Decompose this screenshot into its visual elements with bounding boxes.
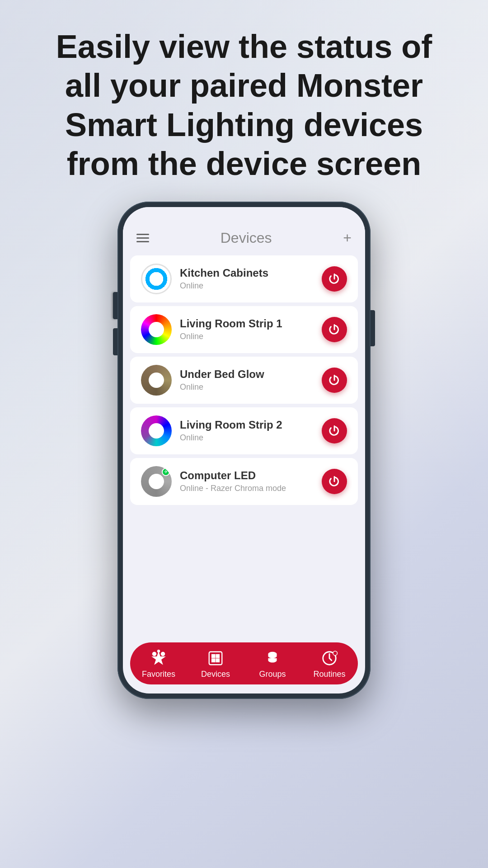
nav-item-favorites[interactable]: Favorites <box>130 650 187 679</box>
phone-wrapper: Devices + Kitchen Cabinets Online <box>0 202 488 699</box>
device-status: Online <box>180 332 314 341</box>
device-name: Living Room Strip 1 <box>180 317 314 330</box>
list-item[interactable]: Kitchen Cabinets Online <box>130 255 358 302</box>
svg-rect-7 <box>216 659 219 661</box>
nav-label-devices: Devices <box>201 670 230 679</box>
list-item[interactable]: Computer LED Online - Razer Chroma mode <box>130 458 358 505</box>
svg-rect-5 <box>216 655 219 657</box>
device-status: Online <box>180 281 314 291</box>
device-name: Computer LED <box>180 469 314 482</box>
device-icon-ubg <box>141 365 172 396</box>
svg-point-1 <box>152 651 157 656</box>
device-info: Living Room Strip 1 Online <box>180 317 314 341</box>
nav-item-routines[interactable]: Routines <box>301 650 358 679</box>
devices-icon <box>207 650 224 667</box>
device-status: Online <box>180 382 314 392</box>
nav-item-groups[interactable]: Groups <box>244 650 301 679</box>
hero-title: Easily view the status of all your paire… <box>36 27 452 184</box>
power-button[interactable] <box>322 317 347 342</box>
power-icon <box>328 475 341 488</box>
power-icon <box>328 425 341 437</box>
device-icon-kitchen <box>141 264 172 294</box>
list-item[interactable]: Living Room Strip 2 Online <box>130 407 358 454</box>
device-icon-computer <box>141 466 172 497</box>
device-icon-lr1 <box>141 314 172 345</box>
list-item[interactable]: Under Bed Glow Online <box>130 357 358 404</box>
routines-icon <box>321 650 338 667</box>
add-device-button[interactable]: + <box>343 231 352 245</box>
device-info: Under Bed Glow Online <box>180 368 314 392</box>
power-button[interactable] <box>322 469 347 494</box>
menu-button[interactable] <box>136 234 149 242</box>
svg-rect-3 <box>209 651 222 665</box>
device-name: Living Room Strip 2 <box>180 419 314 431</box>
svg-point-0 <box>161 651 165 656</box>
phone-screen: Devices + Kitchen Cabinets Online <box>123 207 365 693</box>
nav-item-devices[interactable]: Devices <box>187 650 244 679</box>
device-status: Online <box>180 433 314 443</box>
online-indicator <box>162 468 170 476</box>
phone-mockup: Devices + Kitchen Cabinets Online <box>117 202 371 699</box>
bottom-nav: Favorites Devices <box>130 642 358 684</box>
power-button[interactable] <box>322 418 347 443</box>
power-icon <box>328 273 341 285</box>
app-header: Devices + <box>123 225 365 255</box>
svg-rect-4 <box>212 655 215 657</box>
device-info: Computer LED Online - Razer Chroma mode <box>180 469 314 493</box>
device-status: Online - Razer Chroma mode <box>180 484 314 493</box>
device-info: Living Room Strip 2 Online <box>180 419 314 443</box>
groups-icon <box>264 650 281 667</box>
list-item[interactable]: Living Room Strip 1 Online <box>130 306 358 353</box>
status-bar <box>123 207 365 225</box>
device-info: Kitchen Cabinets Online <box>180 267 314 291</box>
device-list: Kitchen Cabinets Online Living Room Stri… <box>123 255 365 642</box>
power-icon <box>328 374 341 387</box>
svg-rect-6 <box>212 659 215 661</box>
page-title: Devices <box>221 230 272 246</box>
power-button[interactable] <box>322 266 347 292</box>
svg-point-2 <box>157 650 160 652</box>
svg-point-10 <box>333 651 338 656</box>
favorites-icon <box>150 650 167 667</box>
nav-label-favorites: Favorites <box>142 670 175 679</box>
nav-label-groups: Groups <box>259 670 286 679</box>
device-name: Under Bed Glow <box>180 368 314 381</box>
power-icon <box>328 323 341 336</box>
hero-section: Easily view the status of all your paire… <box>0 0 488 202</box>
nav-label-routines: Routines <box>313 670 345 679</box>
power-button[interactable] <box>322 368 347 393</box>
device-icon-lr2 <box>141 415 172 446</box>
device-name: Kitchen Cabinets <box>180 267 314 279</box>
